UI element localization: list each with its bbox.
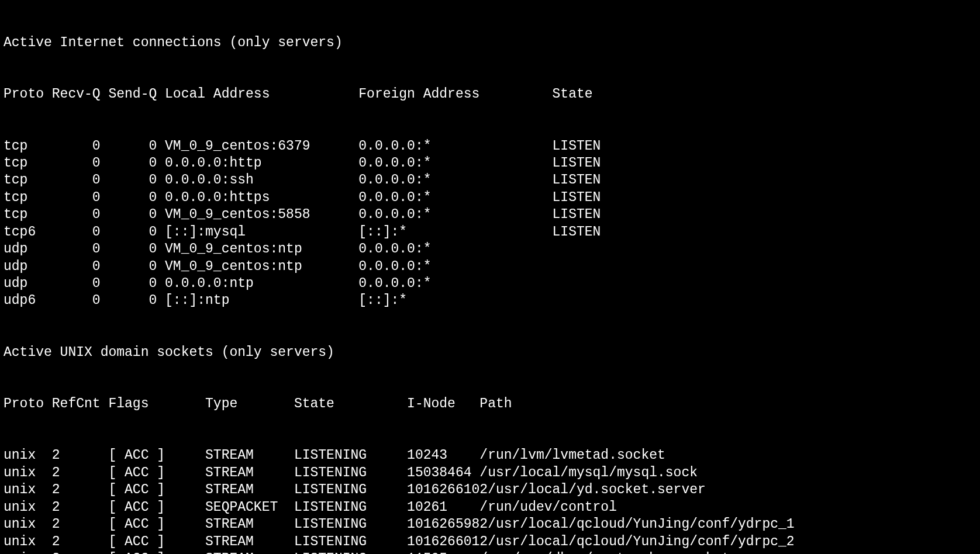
unix-row: unix 2 [ ACC ] STREAM LISTENING 15038464…: [4, 465, 976, 482]
inet-header-row: Proto Recv-Q Send-Q Local Address Foreig…: [4, 86, 976, 103]
inet-row: udp 0 0 0.0.0.0:ntp 0.0.0.0:*: [4, 275, 976, 292]
section-title-unix: Active UNIX domain sockets (only servers…: [4, 344, 976, 361]
unix-row: unix 2 [ ACC ] SEQPACKET LISTENING 10261…: [4, 499, 976, 516]
inet-row: tcp 0 0 0.0.0.0:ssh 0.0.0.0:* LISTEN: [4, 172, 976, 189]
unix-row: unix 2 [ ACC ] STREAM LISTENING 11595 /v…: [4, 550, 976, 554]
inet-row: tcp6 0 0 [::]:mysql [::]:* LISTEN: [4, 224, 976, 241]
unix-row: unix 2 [ ACC ] STREAM LISTENING 10243 /r…: [4, 447, 976, 464]
terminal-output: Active Internet connections (only server…: [0, 0, 980, 554]
unix-row: unix 2 [ ACC ] STREAM LISTENING 10162661…: [4, 482, 976, 498]
inet-row: tcp 0 0 VM_0_9_centos:6379 0.0.0.0:* LIS…: [4, 138, 976, 155]
section-title-inet: Active Internet connections (only server…: [4, 34, 976, 51]
inet-row: udp 0 0 VM_0_9_centos:ntp 0.0.0.0:*: [4, 258, 976, 275]
unix-row: unix 2 [ ACC ] STREAM LISTENING 10162660…: [4, 534, 976, 550]
inet-row: udp6 0 0 [::]:ntp [::]:*: [4, 292, 976, 309]
unix-header-row: Proto RefCnt Flags Type State I-Node Pat…: [4, 396, 976, 413]
inet-row: tcp 0 0 0.0.0.0:https 0.0.0.0:* LISTEN: [4, 189, 976, 206]
inet-row: tcp 0 0 VM_0_9_centos:5858 0.0.0.0:* LIS…: [4, 206, 976, 223]
inet-row: tcp 0 0 0.0.0.0:http 0.0.0.0:* LISTEN: [4, 155, 976, 172]
inet-row: udp 0 0 VM_0_9_centos:ntp 0.0.0.0:*: [4, 241, 976, 258]
unix-row: unix 2 [ ACC ] STREAM LISTENING 10162659…: [4, 516, 976, 533]
